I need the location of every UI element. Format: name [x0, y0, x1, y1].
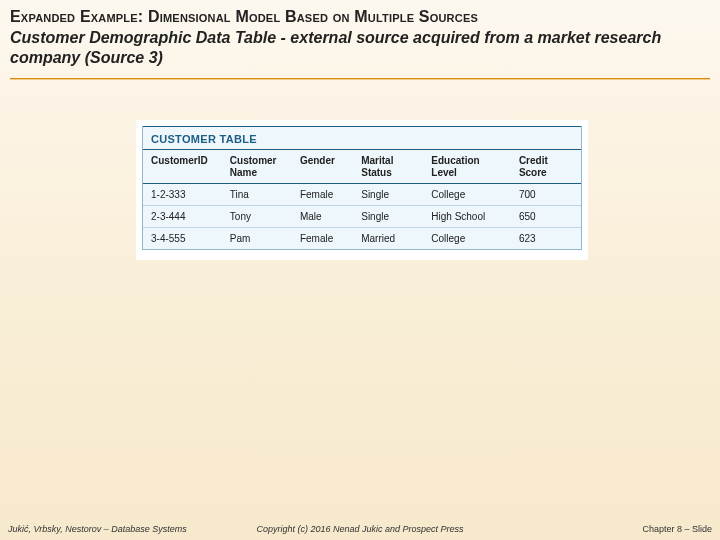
col-credit-score: Credit Score [511, 150, 581, 184]
cell-score: 650 [511, 206, 581, 228]
figure-container: CUSTOMER TABLE CustomerID Customer Name … [136, 120, 588, 260]
slide-subtitle: Customer Demographic Data Table - extern… [10, 28, 710, 68]
cell-education: High School [423, 206, 511, 228]
cell-gender: Female [292, 228, 353, 250]
cell-marital: Single [353, 206, 423, 228]
col-customer-name: Customer Name [222, 150, 292, 184]
cell-customer-name: Tina [222, 184, 292, 206]
cell-education: College [423, 228, 511, 250]
cell-marital: Single [353, 184, 423, 206]
col-customer-id: CustomerID [143, 150, 222, 184]
table-row: 3-4-555 Pam Female Married College 623 [143, 228, 581, 250]
table-caption: CUSTOMER TABLE [143, 126, 581, 149]
cell-score: 623 [511, 228, 581, 250]
cell-customer-id: 3-4-555 [143, 228, 222, 250]
cell-gender: Male [292, 206, 353, 228]
cell-score: 700 [511, 184, 581, 206]
cell-education: College [423, 184, 511, 206]
col-marital-status: Marital Status [353, 150, 423, 184]
slide-title: Expanded Example: Dimensional Model Base… [10, 8, 710, 26]
slide-header: Expanded Example: Dimensional Model Base… [0, 0, 720, 74]
customer-table-panel: CUSTOMER TABLE CustomerID Customer Name … [142, 126, 582, 250]
cell-gender: Female [292, 184, 353, 206]
footer-chapter: Chapter 8 – Slide [642, 524, 712, 534]
customer-table: CustomerID Customer Name Gender Marital … [143, 149, 581, 249]
cell-customer-name: Pam [222, 228, 292, 250]
footer-copyright: Copyright (c) 2016 Nenad Jukic and Prosp… [0, 524, 720, 534]
col-gender: Gender [292, 150, 353, 184]
header-divider [10, 78, 710, 80]
table-row: 1-2-333 Tina Female Single College 700 [143, 184, 581, 206]
cell-marital: Married [353, 228, 423, 250]
col-education-level: Education Level [423, 150, 511, 184]
table-header-row: CustomerID Customer Name Gender Marital … [143, 150, 581, 184]
cell-customer-id: 1-2-333 [143, 184, 222, 206]
cell-customer-name: Tony [222, 206, 292, 228]
cell-customer-id: 2-3-444 [143, 206, 222, 228]
table-row: 2-3-444 Tony Male Single High School 650 [143, 206, 581, 228]
